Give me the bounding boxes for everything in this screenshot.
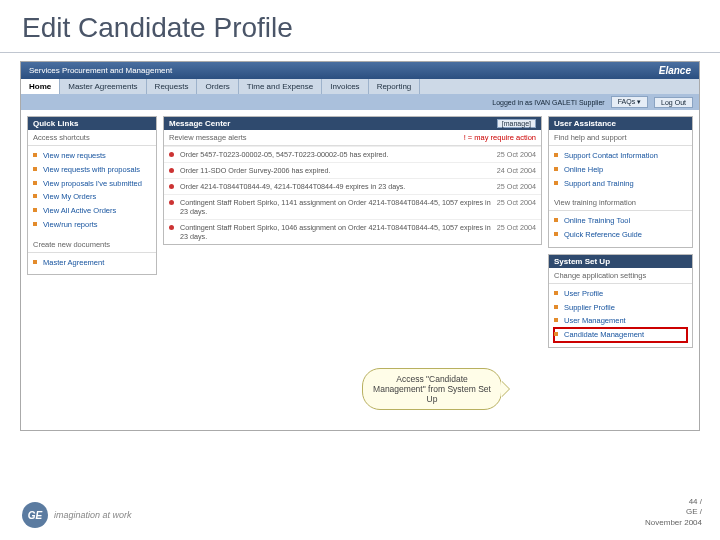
main-tabs: Home Master Agreements Requests Orders T…	[21, 79, 699, 94]
message-date: 25 Oct 2004	[497, 182, 536, 191]
callout-text: Access "Candidate Management" from Syste…	[371, 374, 493, 404]
slide-footer: GE imagination at work 44 / GE / Novembe…	[22, 497, 702, 528]
list-item[interactable]: View/run reports	[33, 218, 151, 232]
list-item[interactable]: Support and Training	[554, 177, 687, 191]
tab-requests[interactable]: Requests	[147, 79, 198, 94]
list-item[interactable]: View proposals I've submitted	[33, 177, 151, 191]
alert-icon	[169, 152, 174, 157]
list-item[interactable]: View My Orders	[33, 190, 151, 204]
panel-title-label: Quick Links	[33, 119, 78, 128]
list-item[interactable]: Online Help	[554, 163, 687, 177]
logged-in-text: Logged in as IVAN GALETI Supplier	[492, 99, 604, 106]
message-text: Contingent Staff Robert Spirko, 1046 ass…	[180, 223, 491, 241]
right-column: User Assistance Find help and support Su…	[548, 116, 693, 424]
message-date: 25 Oct 2004	[497, 150, 536, 159]
faq-dropdown[interactable]: FAQs ▾	[611, 96, 648, 108]
candidate-management-link[interactable]: Candidate Management	[554, 328, 687, 342]
list-item[interactable]: View requests with proposals	[33, 163, 151, 177]
message-date: 25 Oct 2004	[497, 223, 536, 232]
list-item[interactable]: Master Agreement	[33, 256, 151, 270]
user-assistance-subtitle: Find help and support	[549, 130, 692, 146]
logout-button[interactable]: Log Out	[654, 97, 693, 108]
message-center-title: Message Center [manage]	[164, 117, 541, 130]
message-text: Order 4214-T0844T0844-49, 4214-T0844T084…	[180, 182, 491, 191]
manage-button[interactable]: [manage]	[497, 119, 536, 128]
left-column: Quick Links Access shortcuts View new re…	[27, 116, 157, 424]
message-date: 24 Oct 2004	[497, 166, 536, 175]
panel-title-label: System Set Up	[554, 257, 610, 266]
user-assistance-sub2: View training information	[549, 195, 692, 211]
callout-bubble: Access "Candidate Management" from Syste…	[362, 368, 502, 410]
required-note: ! = may require action	[464, 133, 536, 142]
user-assistance-items2: Online Training Tool Quick Reference Gui…	[549, 211, 692, 247]
message-center-panel: Message Center [manage] Review message a…	[163, 116, 542, 245]
alert-icon	[169, 200, 174, 205]
alert-icon	[169, 168, 174, 173]
panel-title-label: Message Center	[169, 119, 230, 128]
app-title: Services Procurement and Management	[29, 66, 172, 75]
tab-orders[interactable]: Orders	[197, 79, 238, 94]
footer-page: 44 /	[645, 497, 702, 507]
list-item[interactable]: Support Contact Information	[554, 149, 687, 163]
list-item[interactable]: User Profile	[554, 287, 687, 301]
tab-invoices[interactable]: Invoices	[322, 79, 368, 94]
tab-home[interactable]: Home	[21, 79, 60, 94]
system-setup-title: System Set Up	[549, 255, 692, 268]
footer-org: GE /	[645, 507, 702, 517]
footer-right: 44 / GE / November 2004	[645, 497, 702, 528]
message-text: Order 11-SDO Order Survey-2006 has expir…	[180, 166, 491, 175]
quick-links-panel: Quick Links Access shortcuts View new re…	[27, 116, 157, 275]
message-text: Contingent Staff Robert Spirko, 1141 ass…	[180, 198, 491, 216]
elance-logo: Elance	[659, 65, 691, 76]
message-row[interactable]: Contingent Staff Robert Spirko, 1141 ass…	[164, 194, 541, 219]
tab-reporting[interactable]: Reporting	[369, 79, 421, 94]
list-item[interactable]: Online Training Tool	[554, 214, 687, 228]
content-area: Quick Links Access shortcuts View new re…	[21, 110, 699, 430]
system-setup-items: User Profile Supplier Profile User Manag…	[549, 284, 692, 347]
list-item[interactable]: View All Active Orders	[33, 204, 151, 218]
quick-links-items: View new requests View requests with pro…	[28, 146, 156, 237]
user-assistance-panel: User Assistance Find help and support Su…	[548, 116, 693, 248]
list-item[interactable]: Supplier Profile	[554, 301, 687, 315]
user-assistance-title: User Assistance	[549, 117, 692, 130]
message-text: Order 5457-T0223-00002-05, 5457-T0223-00…	[180, 150, 491, 159]
alert-icon	[169, 184, 174, 189]
list-item[interactable]: User Management	[554, 314, 687, 328]
alert-icon	[169, 225, 174, 230]
tab-time-expense[interactable]: Time and Expense	[239, 79, 322, 94]
user-assistance-items: Support Contact Information Online Help …	[549, 146, 692, 195]
message-center-subtitle: Review message alerts ! = may require ac…	[164, 130, 541, 146]
tab-master-agreements[interactable]: Master Agreements	[60, 79, 146, 94]
system-setup-subtitle: Change application settings	[549, 268, 692, 284]
list-item[interactable]: Quick Reference Guide	[554, 228, 687, 242]
message-row[interactable]: Order 4214-T0844T0844-49, 4214-T0844T084…	[164, 178, 541, 194]
message-row[interactable]: Order 5457-T0223-00002-05, 5457-T0223-00…	[164, 146, 541, 162]
message-row[interactable]: Contingent Staff Robert Spirko, 1046 ass…	[164, 219, 541, 244]
slide-title: Edit Candidate Profile	[0, 0, 720, 53]
message-row[interactable]: Order 11-SDO Order Survey-2006 has expir…	[164, 162, 541, 178]
footer-tagline: imagination at work	[54, 510, 132, 520]
quick-links-sub2: Create new documents	[28, 237, 156, 253]
ge-logo-icon: GE	[22, 502, 48, 528]
footer-left: GE imagination at work	[22, 502, 132, 528]
quick-links-title: Quick Links	[28, 117, 156, 130]
list-item[interactable]: View new requests	[33, 149, 151, 163]
quick-links-subtitle: Access shortcuts	[28, 130, 156, 146]
app-container: Services Procurement and Management Elan…	[20, 61, 700, 431]
system-setup-panel: System Set Up Change application setting…	[548, 254, 693, 348]
app-header: Services Procurement and Management Elan…	[21, 62, 699, 79]
message-date: 25 Oct 2004	[497, 198, 536, 207]
panel-title-label: User Assistance	[554, 119, 616, 128]
sub-toolbar: Logged in as IVAN GALETI Supplier FAQs ▾…	[21, 94, 699, 110]
quick-links-items2: Master Agreement	[28, 253, 156, 275]
footer-date: November 2004	[645, 518, 702, 528]
